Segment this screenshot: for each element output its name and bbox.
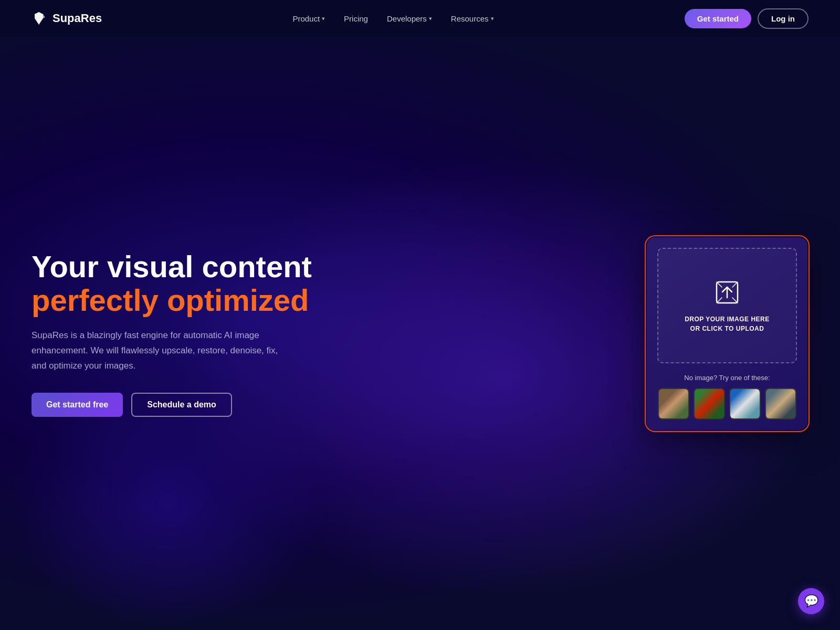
svg-line-3	[732, 282, 738, 287]
nav-login-button[interactable]: Log in	[758, 8, 808, 29]
svg-line-2	[717, 282, 722, 287]
upload-card: DROP YOUR IMAGE HERE OR CLICK TO UPLOAD …	[646, 236, 808, 431]
logo-text: SupaRes	[52, 12, 102, 25]
hero-section: Your visual content perfectly optimized …	[0, 0, 840, 630]
hero-content: Your visual content perfectly optimized …	[32, 250, 346, 417]
svg-line-5	[732, 298, 738, 303]
nav-actions: Get started Log in	[685, 8, 808, 29]
hero-buttons: Get started free Schedule a demo	[32, 393, 346, 417]
sample-image-architecture[interactable]	[729, 388, 761, 419]
sample-image-people[interactable]	[765, 388, 796, 419]
schedule-demo-button[interactable]: Schedule a demo	[131, 393, 232, 417]
svg-line-4	[717, 298, 722, 303]
hero-title-line1: Your visual content	[32, 249, 312, 284]
sample-images	[657, 388, 797, 419]
get-started-free-button[interactable]: Get started free	[32, 393, 123, 417]
hero-description: SupaRes is a blazingly fast engine for a…	[32, 328, 284, 374]
nav-pricing[interactable]: Pricing	[337, 11, 375, 26]
upload-card-wrap: DROP YOUR IMAGE HERE OR CLICK TO UPLOAD …	[646, 236, 808, 431]
sample-section: No image? Try one of these:	[647, 374, 807, 430]
chat-icon: 💬	[804, 594, 818, 608]
logo-icon	[32, 10, 48, 27]
chevron-down-icon-3: ▾	[491, 15, 494, 22]
hero-title: Your visual content perfectly optimized	[32, 250, 346, 317]
hero-title-line2: perfectly optimized	[32, 283, 309, 317]
upload-icon	[712, 278, 742, 307]
nav-get-started-button[interactable]: Get started	[685, 9, 751, 28]
navbar: SupaRes Product ▾ Pricing Developers ▾ R…	[0, 0, 840, 37]
sample-label: No image? Try one of these:	[657, 374, 797, 382]
nav-pricing-label: Pricing	[344, 14, 368, 23]
upload-label: DROP YOUR IMAGE HERE OR CLICK TO UPLOAD	[685, 314, 770, 333]
sample-image-portrait[interactable]	[658, 388, 689, 419]
upload-dropzone[interactable]: DROP YOUR IMAGE HERE OR CLICK TO UPLOAD	[657, 248, 797, 363]
chevron-down-icon-2: ▾	[429, 15, 432, 22]
logo[interactable]: SupaRes	[32, 10, 102, 27]
nav-developers[interactable]: Developers ▾	[380, 11, 439, 26]
chevron-down-icon: ▾	[322, 15, 325, 22]
nav-product-label: Product	[292, 14, 320, 23]
upload-label-line2: OR CLICK TO UPLOAD	[690, 325, 764, 332]
upload-label-line1: DROP YOUR IMAGE HERE	[685, 316, 770, 323]
sample-image-ladybug[interactable]	[694, 388, 725, 419]
nav-developers-label: Developers	[387, 14, 427, 23]
nav-resources-label: Resources	[451, 14, 489, 23]
nav-resources[interactable]: Resources ▾	[444, 11, 501, 26]
chat-button[interactable]: 💬	[798, 588, 824, 614]
nav-links: Product ▾ Pricing Developers ▾ Resources…	[285, 11, 501, 26]
nav-product[interactable]: Product ▾	[285, 11, 332, 26]
